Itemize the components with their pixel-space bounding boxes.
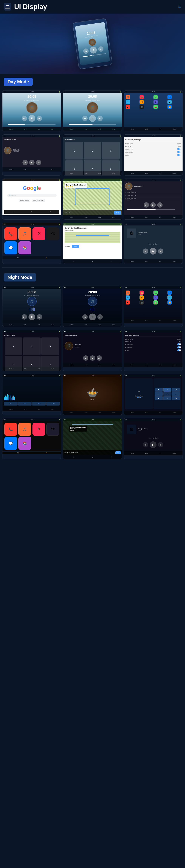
cp-messages[interactable]: 💬	[4, 241, 17, 254]
night-dial-2[interactable]: 2	[23, 338, 41, 355]
ncp-podcast[interactable]: 🎙	[32, 423, 45, 436]
nav-btn-left[interactable]: ←	[155, 392, 163, 396]
ncp-books[interactable]: 📚	[18, 437, 31, 450]
night-dial-6[interactable]: 6	[41, 356, 59, 371]
app-music[interactable]: 🎵	[126, 95, 130, 99]
night-app-radio[interactable]: 📻	[139, 290, 144, 295]
go-btn-restaurant[interactable]: GO	[72, 245, 79, 248]
app-phone[interactable]: 📞	[154, 95, 158, 99]
app-youtube[interactable]: ▶	[126, 105, 130, 109]
toggle-answer[interactable]	[177, 148, 181, 150]
nnp-next[interactable]: ⏭	[158, 442, 163, 447]
app-weather[interactable]: ☁	[167, 100, 171, 104]
night-dial-1[interactable]: 1	[5, 338, 22, 355]
dial-3[interactable]: 3	[102, 142, 120, 159]
app-telegram[interactable]: ✈	[126, 100, 130, 104]
app-camera[interactable]: 📷	[139, 105, 144, 109]
night-toggle-answer[interactable]	[177, 343, 181, 345]
night-toggle-power[interactable]	[177, 349, 181, 351]
nav-btn-down[interactable]: ↓	[163, 396, 171, 400]
music-item-2[interactable]: 🎵 华年_同名.mp3	[125, 194, 181, 197]
nnp-prev[interactable]: ⏮	[143, 442, 148, 447]
dial-1[interactable]: 1	[65, 142, 83, 159]
night-next-2[interactable]: ⏭	[98, 314, 103, 319]
nav-btn-down-right[interactable]: ↘	[172, 396, 180, 400]
app-radio[interactable]: 📻	[139, 95, 144, 99]
app-bt2[interactable]: 📶	[167, 105, 171, 109]
play-btn-2[interactable]: ⏸	[89, 115, 96, 122]
nav-btn-up-left[interactable]: ↖	[155, 388, 163, 392]
play-btn-1[interactable]: ⏸	[28, 115, 35, 122]
app-bt[interactable]: 🔵	[167, 95, 171, 99]
hero-next-btn[interactable]: ⏭	[98, 46, 104, 52]
lucky-btn[interactable]: I'm Feeling Lucky	[32, 199, 45, 202]
night-app-bt2[interactable]: 📶	[167, 300, 171, 305]
eq-jazz[interactable]: JAZZ	[32, 402, 46, 406]
prev-btn-2[interactable]: ⏮	[82, 116, 87, 121]
eq-classic[interactable]: CLASS	[46, 402, 60, 406]
app-carplay[interactable]: 🚗	[154, 105, 158, 109]
night-bt-next[interactable]: ⏭	[97, 355, 102, 361]
night-prev-1[interactable]: ⏮	[22, 314, 27, 319]
np-prev[interactable]: ⏮	[143, 248, 148, 254]
nav-btn-center[interactable]: ○	[163, 392, 171, 396]
eq-rock[interactable]: ROCK	[18, 402, 32, 406]
night-play-1[interactable]: ⏸	[28, 313, 35, 320]
nav-btn-up-right[interactable]: ↗	[172, 388, 180, 392]
toggle-connect[interactable]	[177, 151, 181, 153]
night-app-settings[interactable]: ⚙	[154, 296, 158, 300]
dial-2[interactable]: 2	[84, 142, 101, 159]
toggle-power[interactable]	[177, 154, 181, 156]
nav-btn-down-left[interactable]: ↙	[155, 396, 163, 400]
ncp-waze[interactable]: 🗺	[47, 423, 59, 436]
night-dial-4[interactable]: 4	[5, 356, 22, 371]
go-button[interactable]: GO	[114, 211, 121, 215]
app-maps[interactable]: 🗺	[139, 100, 144, 104]
next-btn-1[interactable]: ⏭	[37, 116, 42, 121]
night-app-weather[interactable]: ☁	[167, 296, 171, 300]
google-search-bar[interactable]: 🔍 Search	[7, 194, 57, 197]
app-settings[interactable]: ⚙	[154, 100, 158, 104]
night-app-maps[interactable]: 🗺	[139, 296, 144, 300]
dial-6[interactable]: 6	[102, 160, 120, 176]
sm-next[interactable]: ⏭	[157, 202, 162, 208]
cp-phone[interactable]: 📞	[4, 227, 17, 240]
np-play[interactable]: ▶	[150, 248, 157, 254]
night-app-tg[interactable]: ✈	[126, 296, 130, 300]
bt-play[interactable]: ▶	[29, 160, 34, 165]
night-app-cam[interactable]: 📷	[139, 300, 144, 305]
hero-play-btn[interactable]: ⏸	[89, 46, 97, 54]
hero-prev-btn[interactable]: ⏮	[83, 48, 89, 54]
night-app-yt[interactable]: ▶	[126, 300, 130, 305]
cp-waze[interactable]: 🗺	[47, 227, 59, 240]
cp-podcast[interactable]: 🎙	[32, 227, 45, 240]
music-item-1[interactable]: 🎵 华年_同名.mp3	[125, 191, 181, 194]
night-app-bt[interactable]: 🔵	[167, 290, 171, 295]
menu-button[interactable]	[4, 3, 11, 10]
sm-play[interactable]: ▶	[151, 202, 156, 208]
night-next-1[interactable]: ⏭	[37, 314, 42, 319]
night-app-phone[interactable]: 📞	[154, 290, 158, 295]
next-btn-2[interactable]: ⏭	[98, 116, 103, 121]
night-app-music[interactable]: 🎵	[126, 290, 130, 295]
cp-music[interactable]: 🎵	[18, 227, 31, 240]
night-bt-play[interactable]: ▶	[90, 355, 95, 361]
eq-pop[interactable]: POP	[4, 402, 18, 406]
nnp-play[interactable]: ▶	[150, 441, 157, 448]
nav-btn-up[interactable]: ↑	[163, 388, 171, 392]
night-app-cp[interactable]: 🚗	[154, 300, 158, 305]
google-search-btn[interactable]: Google Search	[19, 199, 30, 202]
night-play-2[interactable]: ⏸	[89, 313, 96, 320]
bt-prev[interactable]: ⏮	[23, 160, 28, 165]
cp-audiobooks[interactable]: 📚	[18, 241, 31, 254]
prev-btn-1[interactable]: ⏮	[22, 116, 27, 121]
night-bt-prev[interactable]: ⏮	[83, 355, 88, 361]
dial-4[interactable]: 4	[65, 160, 83, 176]
ncp-messages[interactable]: 💬	[4, 437, 17, 450]
music-item-3[interactable]: 🎵 华年_同名.mp3	[125, 197, 181, 200]
ncp-phone[interactable]: 📞	[4, 423, 17, 436]
ncp-music[interactable]: 🎵	[18, 423, 31, 436]
sm-prev[interactable]: ⏮	[144, 202, 149, 208]
night-prev-2[interactable]: ⏮	[82, 314, 87, 319]
night-dial-3[interactable]: 3	[41, 338, 59, 355]
